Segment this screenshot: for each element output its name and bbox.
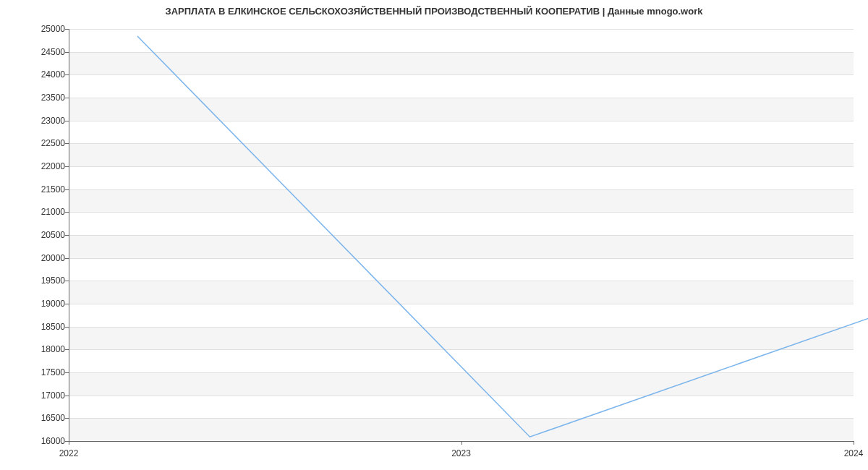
y-tick-mark <box>65 349 69 350</box>
y-tick-label: 25000 <box>41 24 65 34</box>
y-tick-mark <box>65 304 69 304</box>
y-tick-label: 24500 <box>41 47 65 57</box>
y-tick-mark <box>65 418 69 419</box>
y-tick-mark <box>65 166 69 167</box>
x-tick-mark <box>69 441 69 445</box>
y-tick-mark <box>65 258 69 259</box>
y-tick-label: 17000 <box>41 390 65 401</box>
y-tick-label: 21000 <box>41 207 65 217</box>
x-tick-label: 2023 <box>451 448 471 458</box>
plot-area <box>69 29 854 441</box>
y-tick-mark <box>65 396 69 396</box>
y-tick-label: 20000 <box>41 253 65 263</box>
y-tick-mark <box>65 281 69 281</box>
y-tick-mark <box>65 189 69 190</box>
y-tick-label: 18500 <box>41 322 65 332</box>
y-axis-line <box>69 29 69 441</box>
y-tick-label: 20500 <box>41 230 65 240</box>
gridline <box>69 29 854 30</box>
y-tick-label: 19500 <box>41 275 65 286</box>
x-tick-mark <box>461 441 462 445</box>
chart-container: 1600016500170001750018000185001900019500… <box>0 22 868 470</box>
y-tick-label: 22500 <box>41 138 65 148</box>
chart-title: ЗАРПЛАТА В ЕЛКИНСКОЕ СЕЛЬСКОХОЗЯЙСТВЕННЫ… <box>0 0 868 20</box>
x-tick-label: 2024 <box>844 448 864 458</box>
x-tick-mark <box>854 441 854 445</box>
y-tick-mark <box>65 29 69 30</box>
y-tick-mark <box>65 143 69 144</box>
y-tick-label: 19000 <box>41 299 65 309</box>
y-tick-label: 17500 <box>41 367 65 377</box>
x-tick-label: 2022 <box>59 448 79 458</box>
y-tick-mark <box>65 235 69 236</box>
y-tick-mark <box>65 327 69 328</box>
y-tick-label: 16500 <box>41 413 65 423</box>
y-tick-label: 24000 <box>41 69 65 80</box>
y-tick-label: 23000 <box>41 116 65 126</box>
y-tick-label: 16000 <box>41 436 65 446</box>
y-tick-mark <box>65 98 69 98</box>
y-tick-mark <box>65 212 69 213</box>
y-tick-label: 22000 <box>41 161 65 171</box>
y-tick-mark <box>65 52 69 53</box>
y-tick-label: 18000 <box>41 344 65 354</box>
y-tick-label: 21500 <box>41 184 65 195</box>
y-tick-mark <box>65 74 69 75</box>
y-tick-label: 23500 <box>41 93 65 103</box>
y-tick-mark <box>65 121 69 121</box>
y-tick-mark <box>65 372 69 373</box>
line-series <box>137 36 868 448</box>
